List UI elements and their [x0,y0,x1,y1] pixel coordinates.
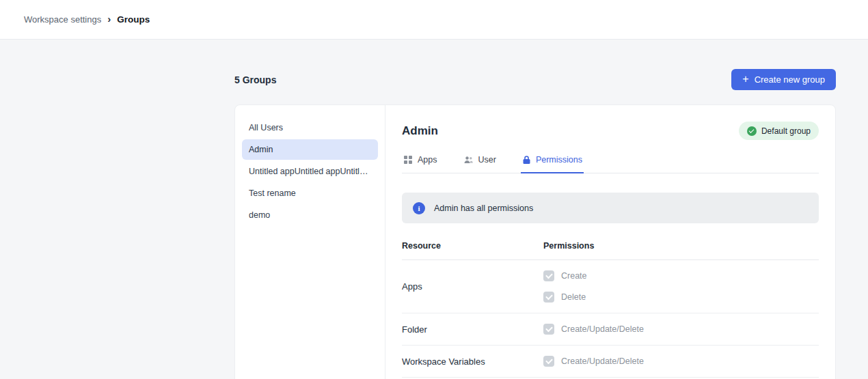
group-list-item-test-rename[interactable]: Test rename [242,183,378,203]
checkbox-apps-create[interactable] [543,270,554,281]
group-detail-header: Admin Default group [402,122,819,140]
groups-page: 5 Groups + Create new group All Users Ad… [234,69,836,379]
info-banner-text: Admin has all permissions [434,203,533,213]
permissions-table: Resource Permissions Apps Create Delete [402,241,819,378]
create-new-group-button[interactable]: + Create new group [731,69,836,90]
groups-card: All Users Admin Untitled appUntitled app… [234,104,836,379]
permission-apps-delete: Delete [543,292,819,303]
groups-count: 5 Groups [234,74,276,85]
tab-permissions[interactable]: Permissions [521,154,584,173]
permission-label: Create/Update/Delete [561,324,644,334]
topbar: Workspace settings › Groups [0,0,868,40]
permission-folder-cud: Create/Update/Delete [543,324,819,335]
breadcrumb-groups: Groups [117,14,150,25]
group-list-item-demo[interactable]: demo [242,205,378,225]
tab-user[interactable]: User [462,154,498,173]
group-detail: Admin Default group Apps [385,105,835,379]
resource-label: Apps [402,281,543,292]
apps-grid-icon [403,155,413,165]
breadcrumb-workspace-settings[interactable]: Workspace settings [24,14,101,25]
permission-workspace-variables-cud: Create/Update/Delete [543,356,819,367]
tab-apps[interactable]: Apps [402,154,439,173]
table-row-apps: Apps Create Delete [402,260,819,313]
group-list-item-admin[interactable]: Admin [242,139,378,160]
tab-user-label: User [478,155,496,165]
green-check-icon [747,126,757,136]
resource-label: Workspace Variables [402,356,543,367]
checkbox-folder-cud[interactable] [543,324,554,335]
permission-apps-create: Create [543,270,819,281]
permission-label: Delete [561,292,586,302]
default-group-badge-label: Default group [761,126,811,136]
group-list-item-untitled[interactable]: Untitled appUntitled appUntitle… [242,161,378,182]
checkbox-apps-delete[interactable] [543,292,554,303]
permissions-info-banner: i Admin has all permissions [402,193,819,223]
tab-permissions-label: Permissions [536,155,582,165]
resource-label: Folder [402,324,543,335]
info-icon: i [413,202,425,214]
group-tabs: Apps User Permissions [402,154,819,173]
table-row-folder: Folder Create/Update/Delete [402,313,819,346]
tab-apps-label: Apps [418,155,437,165]
create-new-group-label: Create new group [755,74,825,85]
lock-icon [522,155,531,165]
column-permissions: Permissions [543,241,819,251]
page-header: 5 Groups + Create new group [234,69,836,90]
group-list-item-all-users[interactable]: All Users [242,117,378,138]
group-list: All Users Admin Untitled appUntitled app… [235,105,385,379]
group-title: Admin [402,124,438,138]
column-resource: Resource [402,241,543,251]
permissions-table-header: Resource Permissions [402,241,819,260]
permission-label: Create/Update/Delete [561,356,644,366]
user-icon [463,155,474,165]
default-group-badge: Default group [739,122,819,140]
plus-icon: + [742,74,748,85]
permission-label: Create [561,271,587,281]
table-row-workspace-variables: Workspace Variables Create/Update/Delete [402,346,819,378]
breadcrumb-chevron-icon: › [107,14,111,25]
checkbox-workspace-variables-cud[interactable] [543,356,554,367]
